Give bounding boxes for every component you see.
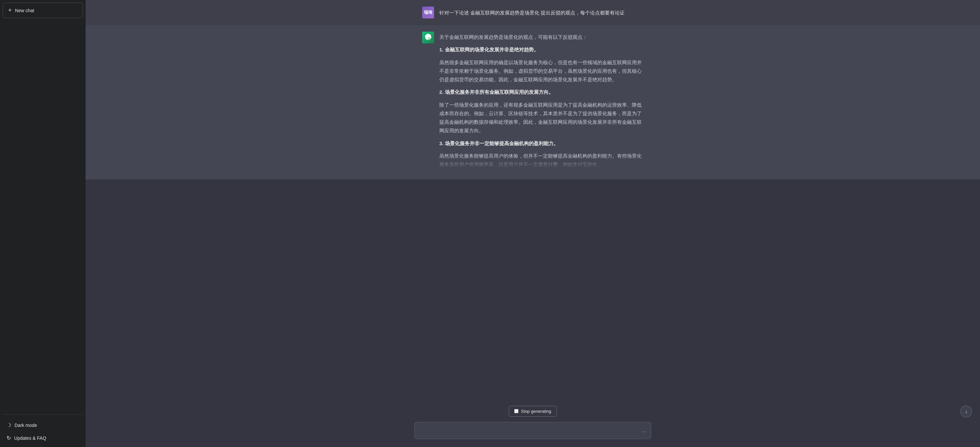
dark-mode-label: Dark mode [14,423,37,428]
input-area: ··· ↓ [86,418,980,447]
sidebar-item-dark-mode[interactable]: ☽ Dark mode [3,419,83,431]
updates-faq-label: Updates & FAQ [14,436,46,441]
user-avatar: 瑞琦 [422,6,434,18]
new-chat-button[interactable]: + New chat [3,3,83,18]
chatgpt-icon [425,33,431,42]
more-options-button[interactable]: ··· [640,427,647,436]
chat-input[interactable] [414,422,651,439]
scroll-to-bottom-button[interactable]: ↓ [960,406,972,417]
point-2-body: 除了一些场景化服务的应用，还有很多金融互联网应用是为了提高金融机构的运营效率、降… [439,101,643,135]
stop-generating-button[interactable]: Stop generating [509,406,557,417]
stop-generating-label: Stop generating [521,409,551,414]
ai-avatar [422,32,434,43]
plus-icon: + [8,7,12,14]
stop-generating-area: Stop generating [86,403,980,418]
point-3-body-partial: 虽然场景化服务能够提高用户的体验，但并不一定能够提高金融机构的盈利能力。有些场景… [439,152,643,169]
sidebar-item-updates-faq[interactable]: ↻ Updates & FAQ [3,431,83,444]
stop-icon [514,409,518,413]
point-3-header: 3. 场景化服务并非一定能够提高金融机构的盈利能力。 [439,139,643,148]
ai-message-row: 关于金融互联网的发展趋势是场景化的观点，可能有以下反驳观点： 1. 金融互联网的… [86,25,980,180]
ai-content: 关于金融互联网的发展趋势是场景化的观点，可能有以下反驳观点： 1. 金融互联网的… [439,32,643,173]
point-1-body: 虽然很多金融互联网应用的确是以场景化服务为核心，但是也有一些领域的金融互联网应用… [439,58,643,84]
chat-container[interactable]: 瑞琦 针对一下论述 金融互联网的发展趋势是场景化 提出反驳的观点，每个论点都要有… [86,0,980,403]
point-1-header: 1. 金融互联网的场景化发展并非是绝对趋势。 [439,45,643,54]
sidebar: + New chat ☽ Dark mode ↻ Updates & FAQ [0,0,86,447]
input-wrapper: ··· [414,422,651,441]
info-icon: ↻ [6,435,11,441]
user-message-text: 针对一下论述 金融互联网的发展趋势是场景化 提出反驳的观点，每个论点都要有论证 [439,6,625,17]
ai-intro-text: 关于金融互联网的发展趋势是场景化的观点，可能有以下反驳观点： [439,33,643,41]
new-chat-label: New chat [15,8,34,13]
point-2-header: 2. 场景化服务并非所有金融互联网应用的发展方向。 [439,88,643,97]
main-content: 瑞琦 针对一下论述 金融互联网的发展趋势是场景化 提出反驳的观点，每个论点都要有… [86,0,980,447]
more-options-icon: ··· [641,428,646,435]
moon-icon: ☽ [6,422,11,428]
chevron-down-icon: ↓ [965,409,967,414]
sidebar-bottom: ☽ Dark mode ↻ Updates & FAQ [3,414,83,444]
user-message-row: 瑞琦 针对一下论述 金融互联网的发展趋势是场景化 提出反驳的观点，每个论点都要有… [86,0,980,25]
